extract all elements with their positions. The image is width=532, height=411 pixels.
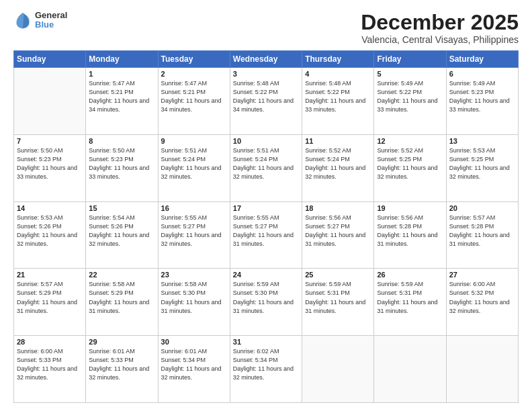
header: General Blue December 2025 Valencia, Cen… <box>13 11 519 45</box>
calendar-cell <box>14 68 86 135</box>
day-number: 9 <box>161 137 227 145</box>
calendar-cell: 24Sunrise: 5:59 AMSunset: 5:30 PMDayligh… <box>230 269 302 336</box>
calendar-cell: 18Sunrise: 5:56 AMSunset: 5:27 PMDayligh… <box>302 201 374 269</box>
calendar-cell: 25Sunrise: 5:59 AMSunset: 5:31 PMDayligh… <box>302 269 374 336</box>
calendar-week-1: 1Sunrise: 5:47 AMSunset: 5:21 PMDaylight… <box>14 68 519 135</box>
calendar-cell: 28Sunrise: 6:00 AMSunset: 5:33 PMDayligh… <box>14 336 86 403</box>
col-header-tuesday: Tuesday <box>158 51 230 68</box>
calendar-cell: 10Sunrise: 5:51 AMSunset: 5:24 PMDayligh… <box>230 134 302 201</box>
calendar-cell: 15Sunrise: 5:54 AMSunset: 5:26 PMDayligh… <box>86 201 158 269</box>
day-info: Sunrise: 5:50 AMSunset: 5:23 PMDaylight:… <box>89 146 154 181</box>
day-info: Sunrise: 5:53 AMSunset: 5:26 PMDaylight:… <box>17 214 83 248</box>
day-number: 5 <box>377 70 443 78</box>
calendar-cell: 21Sunrise: 5:57 AMSunset: 5:29 PMDayligh… <box>14 269 86 336</box>
day-number: 7 <box>17 137 83 145</box>
day-number: 10 <box>233 137 299 145</box>
day-number: 8 <box>89 137 154 145</box>
day-number: 20 <box>449 204 515 212</box>
logo-general-label: General <box>35 11 67 20</box>
calendar-cell: 31Sunrise: 6:02 AMSunset: 5:34 PMDayligh… <box>230 336 302 403</box>
page: General Blue December 2025 Valencia, Cen… <box>0 0 532 411</box>
calendar-cell <box>446 336 518 403</box>
day-number: 28 <box>17 338 83 346</box>
day-number: 6 <box>449 70 515 78</box>
col-header-friday: Friday <box>374 51 446 68</box>
calendar-cell: 3Sunrise: 5:48 AMSunset: 5:22 PMDaylight… <box>230 68 302 135</box>
day-info: Sunrise: 5:51 AMSunset: 5:24 PMDaylight:… <box>233 146 299 181</box>
day-info: Sunrise: 5:51 AMSunset: 5:24 PMDaylight:… <box>161 146 227 181</box>
calendar-cell: 7Sunrise: 5:50 AMSunset: 5:23 PMDaylight… <box>14 134 86 201</box>
day-info: Sunrise: 5:59 AMSunset: 5:31 PMDaylight:… <box>377 280 443 315</box>
day-info: Sunrise: 5:53 AMSunset: 5:25 PMDaylight:… <box>449 146 515 181</box>
calendar-cell: 1Sunrise: 5:47 AMSunset: 5:21 PMDaylight… <box>86 68 158 135</box>
day-number: 30 <box>161 338 227 346</box>
calendar-cell: 12Sunrise: 5:52 AMSunset: 5:25 PMDayligh… <box>374 134 446 201</box>
calendar-cell: 30Sunrise: 6:01 AMSunset: 5:34 PMDayligh… <box>158 336 230 403</box>
calendar-cell: 8Sunrise: 5:50 AMSunset: 5:23 PMDaylight… <box>86 134 158 201</box>
calendar-week-3: 14Sunrise: 5:53 AMSunset: 5:26 PMDayligh… <box>14 201 519 269</box>
calendar-cell: 17Sunrise: 5:55 AMSunset: 5:27 PMDayligh… <box>230 201 302 269</box>
calendar-cell: 20Sunrise: 5:57 AMSunset: 5:28 PMDayligh… <box>446 201 518 269</box>
day-info: Sunrise: 5:55 AMSunset: 5:27 PMDaylight:… <box>233 214 299 248</box>
day-number: 1 <box>89 70 154 78</box>
day-number: 15 <box>89 204 154 212</box>
day-number: 22 <box>89 271 154 279</box>
col-header-saturday: Saturday <box>446 51 518 68</box>
day-number: 12 <box>377 137 443 145</box>
day-number: 18 <box>305 204 371 212</box>
calendar-cell: 29Sunrise: 6:01 AMSunset: 5:33 PMDayligh… <box>86 336 158 403</box>
logo-blue-label: Blue <box>35 20 67 30</box>
col-header-monday: Monday <box>86 51 158 68</box>
calendar-week-4: 21Sunrise: 5:57 AMSunset: 5:29 PMDayligh… <box>14 269 519 336</box>
day-info: Sunrise: 5:52 AMSunset: 5:24 PMDaylight:… <box>305 146 371 181</box>
day-number: 19 <box>377 204 443 212</box>
day-info: Sunrise: 6:02 AMSunset: 5:34 PMDaylight:… <box>233 347 299 382</box>
day-info: Sunrise: 5:52 AMSunset: 5:25 PMDaylight:… <box>377 146 443 181</box>
day-info: Sunrise: 5:49 AMSunset: 5:22 PMDaylight:… <box>377 79 443 114</box>
col-header-thursday: Thursday <box>302 51 374 68</box>
day-number: 31 <box>233 338 299 346</box>
col-header-wednesday: Wednesday <box>230 51 302 68</box>
calendar-cell: 4Sunrise: 5:48 AMSunset: 5:22 PMDaylight… <box>302 68 374 135</box>
location: Valencia, Central Visayas, Philippines <box>361 34 519 45</box>
day-number: 23 <box>161 271 227 279</box>
day-info: Sunrise: 6:01 AMSunset: 5:34 PMDaylight:… <box>161 347 227 382</box>
calendar-cell: 6Sunrise: 5:49 AMSunset: 5:23 PMDaylight… <box>446 68 518 135</box>
title-block: December 2025 Valencia, Central Visayas,… <box>361 11 519 45</box>
calendar-cell: 13Sunrise: 5:53 AMSunset: 5:25 PMDayligh… <box>446 134 518 201</box>
day-number: 21 <box>17 271 83 279</box>
day-info: Sunrise: 5:56 AMSunset: 5:28 PMDaylight:… <box>377 214 443 248</box>
month-title: December 2025 <box>361 11 519 34</box>
calendar-cell: 2Sunrise: 5:47 AMSunset: 5:21 PMDaylight… <box>158 68 230 135</box>
day-info: Sunrise: 5:58 AMSunset: 5:30 PMDaylight:… <box>161 280 227 315</box>
calendar-body: 1Sunrise: 5:47 AMSunset: 5:21 PMDaylight… <box>14 68 519 403</box>
day-number: 11 <box>305 137 371 145</box>
day-number: 26 <box>377 271 443 279</box>
day-number: 17 <box>233 204 299 212</box>
calendar-cell: 5Sunrise: 5:49 AMSunset: 5:22 PMDaylight… <box>374 68 446 135</box>
day-info: Sunrise: 5:48 AMSunset: 5:22 PMDaylight:… <box>305 79 371 114</box>
day-number: 13 <box>449 137 515 145</box>
day-info: Sunrise: 5:57 AMSunset: 5:29 PMDaylight:… <box>17 280 83 315</box>
day-info: Sunrise: 6:01 AMSunset: 5:33 PMDaylight:… <box>89 347 154 382</box>
day-info: Sunrise: 5:48 AMSunset: 5:22 PMDaylight:… <box>233 79 299 114</box>
calendar-cell: 23Sunrise: 5:58 AMSunset: 5:30 PMDayligh… <box>158 269 230 336</box>
day-number: 3 <box>233 70 299 78</box>
day-info: Sunrise: 6:00 AMSunset: 5:33 PMDaylight:… <box>17 347 83 382</box>
day-number: 29 <box>89 338 154 346</box>
calendar-cell: 16Sunrise: 5:55 AMSunset: 5:27 PMDayligh… <box>158 201 230 269</box>
day-number: 2 <box>161 70 227 78</box>
day-number: 27 <box>449 271 515 279</box>
day-number: 24 <box>233 271 299 279</box>
col-header-sunday: Sunday <box>14 51 86 68</box>
day-info: Sunrise: 5:50 AMSunset: 5:23 PMDaylight:… <box>17 146 83 181</box>
calendar-cell <box>374 336 446 403</box>
day-info: Sunrise: 5:57 AMSunset: 5:28 PMDaylight:… <box>449 214 515 248</box>
calendar-cell: 22Sunrise: 5:58 AMSunset: 5:29 PMDayligh… <box>86 269 158 336</box>
day-number: 16 <box>161 204 227 212</box>
day-info: Sunrise: 6:00 AMSunset: 5:32 PMDaylight:… <box>449 280 515 315</box>
day-info: Sunrise: 5:54 AMSunset: 5:26 PMDaylight:… <box>89 214 154 248</box>
calendar-cell: 14Sunrise: 5:53 AMSunset: 5:26 PMDayligh… <box>14 201 86 269</box>
calendar-cell: 11Sunrise: 5:52 AMSunset: 5:24 PMDayligh… <box>302 134 374 201</box>
logo-text: General Blue <box>35 11 67 30</box>
